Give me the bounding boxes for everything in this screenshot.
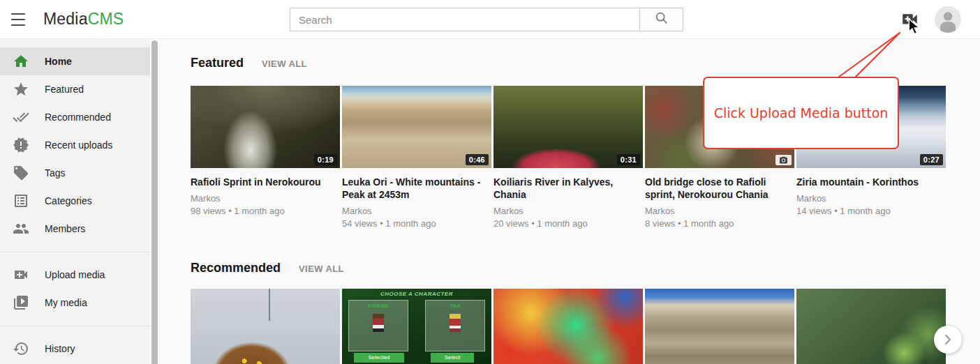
history-icon (13, 340, 29, 357)
media-author[interactable]: Markos (796, 193, 946, 204)
sidebar-item-label: Tags (45, 167, 66, 179)
sidebar-item-recommended[interactable]: Recommended (0, 103, 150, 131)
character-panel: YAA (425, 300, 485, 351)
media-card: 0:46 Leuka Ori - White mountains - Peak … (342, 86, 491, 229)
duration-badge: 0:31 (617, 154, 640, 165)
logo-text-media: Media (43, 10, 88, 28)
tooltip-upload-media: Click Upload Media button (703, 77, 899, 149)
section-title-featured: Featured (191, 56, 244, 70)
sidebar-scrollbar-track (150, 39, 160, 364)
featured-section-header: Featured VIEW ALL (191, 56, 980, 70)
featured-view-all-link[interactable]: VIEW ALL (262, 59, 307, 69)
character-panel: KWAME (348, 300, 408, 351)
media-author[interactable]: Markos (191, 193, 340, 204)
media-meta: 54 views • 1 month ago (342, 218, 491, 229)
categories-icon (13, 192, 29, 209)
sidebar-item-upload-media[interactable]: Upload media (0, 261, 150, 289)
sidebar-item-label: History (45, 343, 75, 354)
media-card: 0:31 Koiliaris River in Kalyves, Chania … (493, 86, 643, 229)
media-meta: 98 views • 1 month ago (191, 206, 340, 216)
sidebar-item-label: Home (45, 56, 72, 67)
upload-media-button[interactable] (901, 12, 919, 27)
video-thumbnail[interactable] (645, 289, 794, 364)
done-all-icon (13, 109, 29, 126)
thumbnail-overlay-button: Select (431, 353, 474, 363)
media-meta: 14 views • 1 month ago (796, 206, 946, 216)
my-media-icon (13, 294, 29, 311)
app-logo[interactable]: MediaCMS (43, 10, 124, 29)
sidebar-item-label: Recent uploads (45, 139, 112, 151)
sidebar-item-label: My media (45, 297, 87, 308)
video-thumbnail[interactable] (796, 289, 946, 364)
upload-media-icon (901, 17, 919, 29)
tag-icon (13, 165, 29, 181)
duration-badge: 0:27 (920, 154, 943, 165)
character-name: KWAME (349, 303, 408, 309)
character-name: YAA (426, 303, 484, 309)
video-thumbnail[interactable]: CHOOSE A CHARACTER KWAME YAA Selected Se… (342, 289, 491, 364)
sidebar-item-members[interactable]: Members (0, 215, 150, 243)
sidebar-item-tags[interactable]: Tags (0, 159, 150, 187)
media-author[interactable]: Markos (645, 206, 794, 216)
media-title[interactable]: Koiliaris River in Kalyves, Chania (493, 176, 643, 201)
hamburger-menu-icon[interactable] (11, 13, 27, 26)
sidebar-divider (0, 252, 150, 252)
media-author[interactable]: Markos (493, 206, 643, 216)
home-icon (13, 53, 29, 70)
recommended-view-all-link[interactable]: VIEW ALL (299, 264, 344, 274)
media-title[interactable]: Ziria mountain - Korinthos (796, 176, 946, 188)
media-title[interactable]: Leuka Ori - White mountains - Peak at 24… (342, 176, 491, 201)
sidebar-item-label: Upload media (45, 269, 105, 280)
members-icon (13, 220, 29, 237)
video-thumbnail[interactable]: 0:19 (191, 86, 340, 168)
upload-media-icon (13, 266, 29, 283)
sidebar-item-label: Recommended (45, 112, 111, 123)
user-avatar[interactable] (935, 6, 961, 33)
media-card: CHOOSE A CHARACTER KWAME YAA Selected Se… (342, 289, 491, 364)
media-card (191, 289, 340, 364)
sidebar-item-label: Featured (45, 84, 84, 95)
search-icon (654, 10, 669, 29)
sidebar-item-label: Categories (45, 195, 92, 206)
character-sprite (373, 314, 384, 332)
media-card (493, 289, 643, 364)
sidebar-divider (0, 326, 150, 326)
duration-badge: 0:46 (466, 154, 489, 165)
video-thumbnail[interactable]: 0:46 (342, 86, 491, 168)
sidebar-item-my-media[interactable]: My media (0, 289, 150, 317)
search-button[interactable] (639, 8, 683, 31)
sidebar-scrollbar-thumb[interactable] (151, 40, 158, 364)
media-meta: 20 views • 1 month ago (493, 218, 643, 229)
star-icon (13, 81, 29, 98)
thumbnail-overlay-text: CHOOSE A CHARACTER (342, 291, 491, 297)
search-input[interactable] (290, 8, 640, 31)
sidebar-item-history[interactable]: History (0, 335, 150, 363)
sidebar-item-label: Members (45, 223, 85, 234)
recommended-section-header: Recommended VIEW ALL (191, 261, 980, 275)
video-thumbnail[interactable] (493, 289, 643, 364)
sidebar-item-home[interactable]: Home (0, 47, 150, 75)
duration-badge: 0:19 (314, 154, 337, 165)
video-thumbnail[interactable]: 0:31 (493, 86, 643, 168)
tooltip-text: Click Upload Media button (714, 105, 889, 121)
media-title[interactable]: Rafioli Sprint in Nerokourou (191, 176, 340, 188)
logo-text-cms: CMS (88, 10, 124, 28)
top-bar: MediaCMS (0, 0, 980, 39)
sidebar-item-categories[interactable]: Categories (0, 187, 150, 215)
media-card (796, 289, 946, 364)
section-title-recommended: Recommended (191, 261, 281, 275)
media-meta: 8 views • 1 month ago (645, 218, 794, 229)
sidebar-item-recent-uploads[interactable]: Recent uploads (0, 131, 150, 159)
photo-type-badge (775, 155, 792, 165)
new-releases-icon (13, 137, 29, 153)
chevron-right-icon (942, 334, 953, 345)
search-bar (290, 8, 683, 31)
video-thumbnail[interactable] (191, 289, 340, 364)
carousel-next-button[interactable] (934, 326, 962, 354)
media-card: 0:19 Rafioli Sprint in Nerokourou Markos… (191, 86, 340, 229)
media-author[interactable]: Markos (342, 206, 491, 216)
camera-icon (779, 156, 788, 164)
character-sprite (450, 314, 461, 332)
sidebar-item-featured[interactable]: Featured (0, 75, 150, 103)
media-title[interactable]: Old bridge close to Rafioli sprint, Nero… (645, 176, 794, 201)
